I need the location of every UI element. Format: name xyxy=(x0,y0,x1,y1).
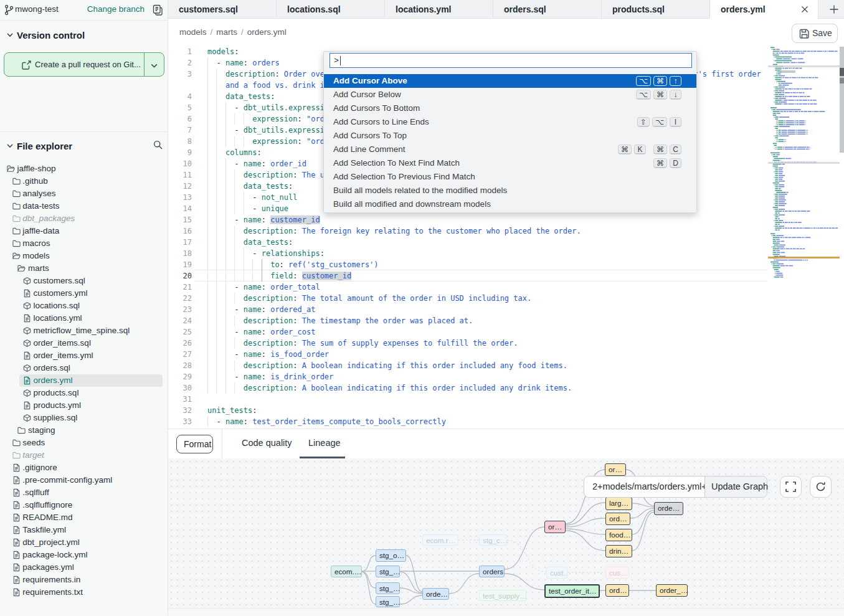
tree-item-macros[interactable]: macros xyxy=(0,237,168,250)
tree-item-dbt-project.yml[interactable]: dbt_project.yml xyxy=(0,536,168,549)
tab-locations.yml[interactable]: locations.yml xyxy=(385,0,493,19)
tree-item-customers.yml[interactable]: customers.yml xyxy=(0,287,168,300)
lineage-node-ord_b[interactable]: ord… xyxy=(605,584,629,597)
tree-item-models[interactable]: models xyxy=(0,250,168,262)
tree-item-data-tests[interactable]: data-tests xyxy=(0,200,168,212)
lineage-node-ecom[interactable]: ecom.… xyxy=(331,566,362,577)
panel-tab-lineage[interactable]: Lineage xyxy=(300,429,345,458)
tree-item-seeds[interactable]: seeds xyxy=(0,437,168,449)
format-button[interactable]: Format xyxy=(176,435,213,453)
palette-item-add-cursors-to-top[interactable]: Add Cursors To Top xyxy=(324,129,696,143)
palette-item-add-line-comment[interactable]: Add Line Comment⌘K⌘C xyxy=(324,143,696,156)
lineage-node-drin[interactable]: drin… xyxy=(605,545,632,557)
copy-icon[interactable] xyxy=(153,4,163,16)
tree-item-.gitignore[interactable]: .gitignore xyxy=(0,462,168,474)
file-icon xyxy=(22,314,32,323)
pr-dropdown-chevron-icon[interactable] xyxy=(150,62,158,70)
lineage-node-pink[interactable]: or… xyxy=(544,521,566,533)
lineage-node-ord_m[interactable]: ord… xyxy=(605,513,630,525)
tree-item-jaffle-data[interactable]: jaffle-data xyxy=(0,225,168,237)
graph-selector-input[interactable]: 2+models/marts/orders.yml+ xyxy=(584,476,704,497)
lineage-node-cust[interactable]: cust… xyxy=(546,567,567,579)
lineage-node-stgc[interactable]: stg_c… xyxy=(479,534,507,546)
version-control-section[interactable]: Version control xyxy=(0,29,168,42)
tree-item-requirements.in[interactable]: requirements.in xyxy=(0,574,168,586)
new-tab-icon[interactable] xyxy=(828,4,840,15)
lineage-node-saved[interactable]: orde… xyxy=(654,502,683,515)
tree-item-jaffle-shop[interactable]: jaffle-shop xyxy=(0,163,168,175)
lineage-node-tsup[interactable]: test_supply… xyxy=(479,590,526,601)
tree-item-orders.yml[interactable]: orders.yml xyxy=(0,374,168,387)
tab-products.sql[interactable]: products.sql xyxy=(602,0,710,19)
keycap: ⌘ xyxy=(618,145,632,154)
palette-item-add-cursor-above[interactable]: Add Cursor Above⌥⌘↑ xyxy=(324,74,696,88)
tab-orders.sql[interactable]: orders.sql xyxy=(493,0,602,19)
tree-item-products.sql[interactable]: products.sql xyxy=(0,387,168,399)
lineage-node-stg4[interactable]: stg_… xyxy=(376,596,400,607)
lineage-canvas[interactable]: ecom.…stg_o…stg_…stg_…stg_…orde…ordersec… xyxy=(168,458,844,608)
close-icon[interactable] xyxy=(800,4,810,14)
palette-item-add-cursor-below[interactable]: Add Cursor Below⌥⌘↓ xyxy=(324,88,696,102)
change-branch-link[interactable]: Change branch xyxy=(87,4,145,14)
tree-item-locations.yml[interactable]: locations.yml xyxy=(0,312,168,325)
create-pr-button[interactable]: Create a pull request on Git... xyxy=(4,52,164,77)
tree-item-label: target xyxy=(22,450,44,460)
tree-item-locations.sql[interactable]: locations.sql xyxy=(0,300,168,312)
palette-item-add-cursors-to-line-ends[interactable]: Add Cursors to Line Ends⇧⌥I xyxy=(324,115,696,129)
tab-orders.yml[interactable]: orders.yml xyxy=(709,0,818,19)
lineage-node-larg[interactable]: larg… xyxy=(605,497,632,510)
lineage-node-test[interactable]: test_order_it… xyxy=(544,584,600,598)
tree-item-.sqlfluff[interactable]: .sqlfluff xyxy=(0,486,168,499)
editor-scrollbar[interactable] xyxy=(840,47,844,429)
tree-item-.github[interactable]: .github xyxy=(0,175,168,187)
lineage-node-food[interactable]: food… xyxy=(605,529,632,541)
scrollbar-thumb[interactable] xyxy=(840,47,844,153)
lineage-node-top_or[interactable]: or… xyxy=(605,463,626,476)
tree-item-supplies.sql[interactable]: supplies.sql xyxy=(0,412,168,424)
tree-item-requirements.txt[interactable]: requirements.txt xyxy=(0,586,168,599)
tree-item-customers.sql[interactable]: customers.sql xyxy=(0,275,168,287)
palette-item-add-selection-to-next-find-match[interactable]: Add Selection To Next Find Match⌘D xyxy=(324,156,696,170)
lineage-node-orde2[interactable]: orde… xyxy=(422,588,449,600)
palette-item-build-all-modified-and-downstream-models[interactable]: Build all modified and downstream models xyxy=(324,197,696,211)
palette-item-add-cursors-to-bottom[interactable]: Add Cursors To Bottom xyxy=(324,102,696,115)
tree-item-metricflow-time-spine.sql[interactable]: metricflow_time_spine.sql xyxy=(0,325,168,337)
tree-item-target[interactable]: target xyxy=(0,449,168,462)
palette-item-add-selection-to-previous-find-match[interactable]: Add Selection To Previous Find Match xyxy=(324,170,696,184)
tree-item-order-items.sql[interactable]: order_items.sql xyxy=(0,337,168,349)
lineage-node-ecomr[interactable]: ecom.r… xyxy=(422,534,458,546)
fullscreen-button[interactable] xyxy=(780,476,802,498)
tree-item-dbt-packages[interactable]: dbt_packages xyxy=(0,212,168,225)
tab-locations.sql[interactable]: locations.sql xyxy=(277,0,385,19)
minimap[interactable] xyxy=(768,47,840,429)
tree-item-packages.yml[interactable]: packages.yml xyxy=(0,561,168,574)
tree-item-order-items.yml[interactable]: order_items.yml xyxy=(0,349,168,362)
tree-item-README.md[interactable]: README.md xyxy=(0,511,168,524)
tab-label: customers.sql xyxy=(179,4,238,14)
panel-tab-code-quality[interactable]: Code quality xyxy=(233,429,298,458)
tree-item-analyses[interactable]: analyses xyxy=(0,187,168,200)
refresh-button[interactable] xyxy=(810,476,832,498)
tree-item-staging[interactable]: staging xyxy=(0,424,168,437)
lineage-node-stg2[interactable]: stg_… xyxy=(376,566,400,577)
tree-item-.pre-commit-config.yaml[interactable]: .pre-commit-config.yaml xyxy=(0,474,168,486)
tree-item-marts[interactable]: marts xyxy=(0,262,168,275)
lineage-node-cus[interactable]: cus… xyxy=(605,567,629,579)
file-explorer-section[interactable]: File explorer xyxy=(0,140,168,153)
tree-item-label: locations.yml xyxy=(34,313,82,323)
lineage-node-orders[interactable]: orders xyxy=(479,566,505,577)
command-palette-input[interactable]: > xyxy=(330,53,692,68)
tree-item-orders.sql[interactable]: orders.sql xyxy=(0,362,168,374)
tree-item-.sqlfluffignore[interactable]: .sqlfluffignore xyxy=(0,499,168,511)
tree-item-products.yml[interactable]: products.yml xyxy=(0,399,168,412)
lineage-node-stgo[interactable]: stg_o… xyxy=(376,549,406,562)
tab-customers.sql[interactable]: customers.sql xyxy=(168,0,277,19)
update-graph-button[interactable]: Update Graph xyxy=(704,476,767,497)
search-icon[interactable] xyxy=(153,140,163,149)
lineage-node-order_[interactable]: order_… xyxy=(656,584,688,597)
tree-item-package-lock.yml[interactable]: package-lock.yml xyxy=(0,549,168,561)
palette-item-build-all-models-related-to-the-modified-models[interactable]: Build all models related to the modified… xyxy=(324,184,696,197)
save-button[interactable]: Save xyxy=(792,24,838,43)
lineage-node-stg3[interactable]: stg_… xyxy=(376,582,400,594)
tree-item-Taskfile.yml[interactable]: Taskfile.yml xyxy=(0,524,168,536)
